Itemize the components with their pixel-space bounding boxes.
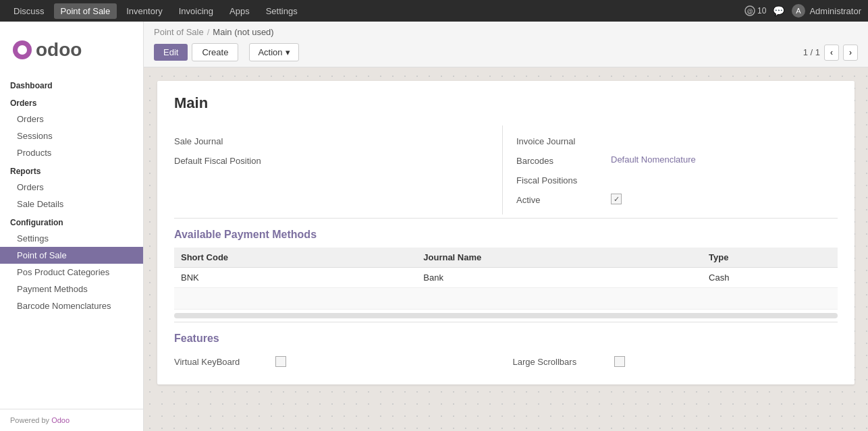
cell-short-code: BNK xyxy=(174,268,416,288)
form-title: Main xyxy=(174,94,838,112)
features-section-title: Features xyxy=(174,333,838,345)
sidebar-section-dashboard: Dashboard xyxy=(0,76,143,93)
fiscal-positions-field: Fiscal Positions xyxy=(516,170,838,190)
sidebar-item-barcode-nomenclatures[interactable]: Barcode Nomenclatures xyxy=(0,297,143,314)
breadcrumb-parent[interactable]: Point of Sale xyxy=(154,27,204,37)
sale-journal-label: Sale Journal xyxy=(174,135,269,146)
table-scrollbar[interactable] xyxy=(174,313,838,318)
sidebar-section-configuration: Configuration xyxy=(0,212,143,230)
nav-right: @ 10 💬 A Administrator xyxy=(744,3,861,18)
sidebar-item-payment-methods[interactable]: Payment Methods xyxy=(0,281,143,297)
col-short-code: Short Code xyxy=(174,248,416,268)
prev-page-button[interactable]: ‹ xyxy=(824,45,839,61)
large-scrollbars-label: Large Scrollbars xyxy=(513,355,607,367)
form-card: Main Sale Journal Default Fiscal Positio… xyxy=(157,81,855,384)
default-fiscal-position-field: Default Fiscal Position xyxy=(174,150,495,170)
breadcrumb-separator: / xyxy=(207,27,210,37)
sidebar-logo[interactable]: odoo xyxy=(0,22,143,76)
svg-text:@: @ xyxy=(747,8,753,15)
large-scrollbars-checkbox[interactable] xyxy=(614,356,625,367)
sidebar-item-point-of-sale[interactable]: Point of Sale xyxy=(0,247,143,264)
content-area: Point of Sale / Main (not used) Edit Cre… xyxy=(144,22,868,431)
table-empty-row xyxy=(174,288,838,310)
form-right-col: Invoice Journal Barcodes Default Nomencl… xyxy=(502,125,838,214)
sidebar-item-pos-product-categories[interactable]: Pos Product Categories xyxy=(0,264,143,281)
payment-methods-section-title: Available Payment Methods xyxy=(174,229,838,241)
payment-methods-table: Short Code Journal Name Type BNK Bank Ca… xyxy=(174,248,838,310)
sidebar-item-sale-details[interactable]: Sale Details xyxy=(0,196,143,212)
sidebar-navigation: Dashboard Orders Orders Sessions Product… xyxy=(0,76,143,409)
barcodes-value[interactable]: Default Nomenclature xyxy=(611,154,838,165)
col-journal-name: Journal Name xyxy=(416,248,702,268)
virtual-keyboard-label: Virtual KeyBoard xyxy=(174,355,269,367)
nav-inventory[interactable]: Inventory xyxy=(119,3,169,19)
notification-icon[interactable]: @ 10 xyxy=(744,5,766,16)
svg-point-5 xyxy=(18,45,27,55)
form-left-col: Sale Journal Default Fiscal Position xyxy=(174,125,495,214)
sidebar-item-reports-orders[interactable]: Orders xyxy=(0,179,143,196)
edit-button[interactable]: Edit xyxy=(154,44,188,61)
nav-point-of-sale[interactable]: Point of Sale xyxy=(54,3,117,19)
cell-journal-name: Bank xyxy=(416,268,702,288)
odoo-link[interactable]: Odoo xyxy=(51,416,70,424)
nav-discuss[interactable]: Discuss xyxy=(7,3,51,19)
breadcrumb: Point of Sale / Main (not used) xyxy=(154,22,858,40)
col-type: Type xyxy=(702,248,838,268)
features-row: Virtual KeyBoard Large Scrollbars xyxy=(174,351,838,371)
invoice-journal-label: Invoice Journal xyxy=(516,135,611,146)
nav-items: Discuss Point of Sale Inventory Invoicin… xyxy=(7,3,744,19)
chat-icon[interactable]: 💬 xyxy=(773,5,784,16)
toolbar-row: Edit Create Action ▾ 1 / 1 ‹ › xyxy=(154,40,858,67)
sidebar-section-orders: Orders xyxy=(0,93,143,111)
active-label: Active xyxy=(516,194,611,205)
default-fiscal-position-label: Default Fiscal Position xyxy=(174,154,269,166)
nav-settings[interactable]: Settings xyxy=(259,3,304,19)
nav-apps[interactable]: Apps xyxy=(223,3,256,19)
barcodes-field: Barcodes Default Nomenclature xyxy=(516,150,838,170)
svg-text:odoo: odoo xyxy=(36,39,82,60)
sale-journal-field: Sale Journal xyxy=(174,131,495,150)
toolbar-area: Point of Sale / Main (not used) Edit Cre… xyxy=(144,22,868,67)
virtual-keyboard-checkbox[interactable] xyxy=(275,356,286,367)
svg-text:A: A xyxy=(796,7,802,15)
sidebar-item-config-settings[interactable]: Settings xyxy=(0,230,143,247)
feature-virtual-keyboard: Virtual KeyBoard xyxy=(174,355,499,367)
sidebar-section-reports: Reports xyxy=(0,161,143,179)
sidebar-item-sessions[interactable]: Sessions xyxy=(0,127,143,144)
sidebar: odoo Dashboard Orders Orders Sessions Pr… xyxy=(0,22,144,431)
action-button[interactable]: Action ▾ xyxy=(249,43,298,61)
top-navigation: Discuss Point of Sale Inventory Invoicin… xyxy=(0,0,868,22)
next-page-button[interactable]: › xyxy=(843,45,858,61)
breadcrumb-current: Main (not used) xyxy=(213,27,273,37)
chevron-down-icon: ▾ xyxy=(286,47,290,57)
feature-large-scrollbars: Large Scrollbars xyxy=(513,355,838,367)
table-header-row: Short Code Journal Name Type xyxy=(174,248,838,268)
invoice-journal-field: Invoice Journal xyxy=(516,131,838,150)
sidebar-item-orders[interactable]: Orders xyxy=(0,111,143,127)
nav-invoicing[interactable]: Invoicing xyxy=(172,3,220,19)
sidebar-powered-by: Powered by Odoo xyxy=(0,409,143,431)
create-button[interactable]: Create xyxy=(192,43,238,61)
barcodes-label: Barcodes xyxy=(516,154,611,166)
cell-type: Cash xyxy=(702,268,838,288)
active-field: Active xyxy=(516,190,838,209)
table-row[interactable]: BNK Bank Cash xyxy=(174,268,838,288)
fiscal-positions-label: Fiscal Positions xyxy=(516,174,611,185)
form-fields-row: Sale Journal Default Fiscal Position Inv… xyxy=(174,125,838,214)
sidebar-item-products[interactable]: Products xyxy=(0,144,143,161)
user-avatar[interactable]: A Administrator xyxy=(791,3,861,18)
active-checkbox[interactable] xyxy=(611,194,622,204)
pagination-info: 1 / 1 xyxy=(803,47,820,57)
